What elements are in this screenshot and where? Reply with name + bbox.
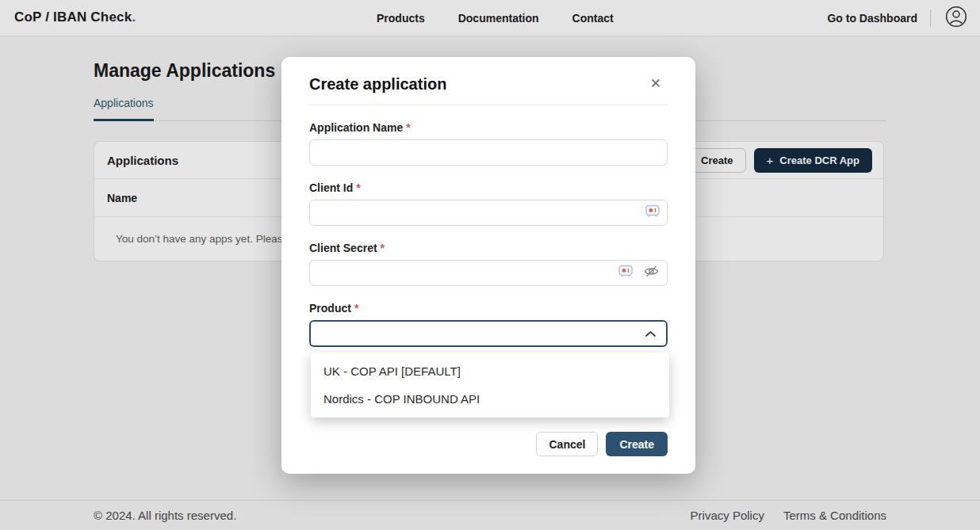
modal-title: Create application <box>309 75 446 93</box>
client-secret-input-wrap <box>309 260 668 286</box>
required-marker: * <box>354 302 358 315</box>
client-id-field-group: Client Id* <box>309 181 668 226</box>
client-secret-input-icons <box>618 260 660 286</box>
required-marker: * <box>356 181 360 194</box>
client-id-label: Client Id* <box>309 181 668 194</box>
client-id-input-wrap <box>309 200 668 226</box>
application-name-label: Application Name* <box>309 121 668 134</box>
client-secret-label: Client Secret* <box>309 242 668 254</box>
client-secret-field-group: Client Secret* <box>309 242 668 286</box>
client-id-input-icons <box>645 200 660 226</box>
modal-actions: Cancel Create <box>536 432 668 456</box>
modal-header: Create application ✕ <box>309 75 668 105</box>
product-field-group: Product* UK - COP API [DEFAULT] Nordics … <box>309 302 668 347</box>
cancel-button[interactable]: Cancel <box>536 432 598 456</box>
application-name-field-group: Application Name* <box>309 121 668 166</box>
product-select[interactable]: UK - COP API [DEFAULT] Nordics - COP INB… <box>309 320 668 347</box>
password-manager-vault-icon[interactable] <box>645 204 660 221</box>
product-dropdown: UK - COP API [DEFAULT] Nordics - COP INB… <box>311 353 669 418</box>
label-text: Client Secret <box>309 242 377 254</box>
label-text: Client Id <box>309 181 353 194</box>
create-application-modal: Create application ✕ Application Name* C… <box>281 57 695 474</box>
client-secret-input[interactable] <box>309 260 668 286</box>
close-icon[interactable]: ✕ <box>647 74 664 93</box>
label-text: Product <box>309 302 351 315</box>
product-label: Product* <box>309 302 668 315</box>
option-nordics-cop-inbound-api[interactable]: Nordics - COP INBOUND API <box>311 385 669 413</box>
chevron-up-icon <box>645 326 657 341</box>
label-text: Application Name <box>309 121 403 134</box>
application-name-input-wrap <box>309 139 668 166</box>
toggle-visibility-eye-slash-icon[interactable] <box>643 265 660 281</box>
password-manager-vault-icon[interactable] <box>618 265 633 281</box>
required-marker: * <box>381 242 385 254</box>
modal-create-button[interactable]: Create <box>606 432 668 456</box>
client-id-input[interactable] <box>309 200 668 226</box>
option-uk-cop-api[interactable]: UK - COP API [DEFAULT] <box>311 357 669 385</box>
application-name-input[interactable] <box>309 139 668 166</box>
required-marker: * <box>406 121 410 134</box>
